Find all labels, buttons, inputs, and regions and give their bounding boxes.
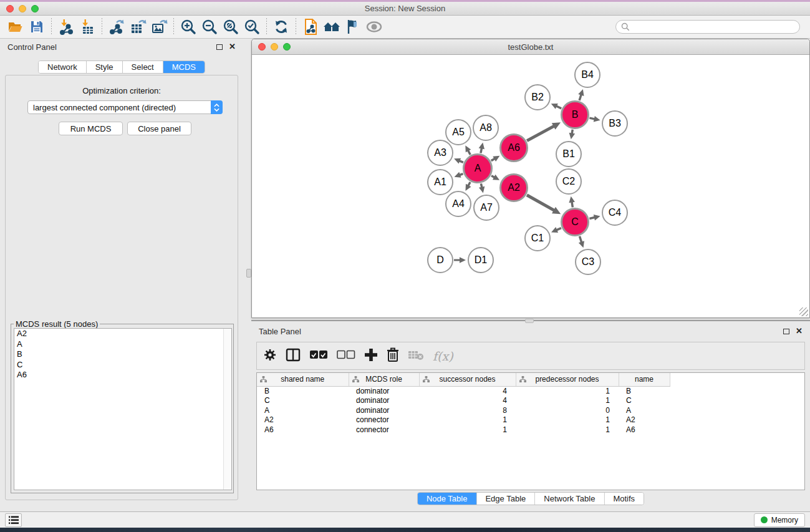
graph-node-B2[interactable]: B2 — [524, 84, 551, 110]
float-panel-icon[interactable] — [216, 44, 223, 50]
zoom-out-button[interactable] — [199, 17, 220, 36]
float-panel-icon[interactable] — [783, 329, 789, 334]
column-header-name[interactable]: name — [619, 373, 670, 386]
graph-node-D1[interactable]: D1 — [468, 247, 494, 273]
mcds-result-item[interactable]: B — [14, 349, 231, 360]
apply-style-button[interactable] — [271, 17, 292, 36]
table-cell[interactable]: B — [257, 386, 349, 396]
run-mcds-button[interactable]: Run MCDS — [59, 122, 123, 135]
table-cell[interactable]: 1 — [516, 386, 619, 396]
deselect-all-button[interactable] — [337, 350, 355, 362]
split-divider-handle[interactable] — [246, 269, 251, 278]
tab-edge-table[interactable]: Edge Table — [476, 493, 535, 505]
network-canvas[interactable]: B4B2BB3A5A8A6B1A3AA1C2A2A4A7C4CC1C3DD1 — [252, 55, 809, 317]
table-cell[interactable]: 1 — [419, 415, 516, 425]
column-header-shared-name[interactable]: shared name — [257, 373, 349, 386]
mcds-result-item[interactable]: A2 — [14, 329, 231, 339]
horizontal-divider-handle[interactable] — [525, 319, 534, 323]
graph-edge-A2-C[interactable] — [527, 195, 555, 211]
graph-node-A1[interactable]: A1 — [427, 169, 453, 195]
tab-mcds[interactable]: MCDS — [163, 61, 205, 73]
column-header-predecessor-nodes[interactable]: predecessor nodes — [516, 373, 619, 386]
select-all-button[interactable] — [309, 350, 328, 362]
graph-node-B4[interactable]: B4 — [574, 62, 600, 88]
graph-edge-A6-B[interactable] — [527, 126, 554, 141]
zoom-selected-button[interactable] — [241, 17, 263, 36]
resize-grip-icon[interactable] — [799, 307, 808, 316]
table-cell[interactable]: 4 — [419, 386, 516, 396]
graph-node-C3[interactable]: C3 — [575, 249, 601, 275]
import-table-button[interactable] — [77, 17, 98, 36]
tab-motifs[interactable]: Motifs — [604, 493, 644, 505]
table-cell[interactable]: 0 — [516, 405, 619, 415]
import-network-button[interactable] — [55, 17, 77, 36]
home-button[interactable] — [321, 17, 342, 36]
graph-node-A[interactable]: A — [463, 153, 493, 183]
show-hide-panels-button[interactable] — [364, 17, 385, 36]
table-cell[interactable]: 1 — [516, 425, 619, 435]
table-cell[interactable]: A2 — [619, 415, 670, 425]
graph-node-B1[interactable]: B1 — [556, 141, 582, 167]
graph-node-A5[interactable]: A5 — [445, 119, 471, 145]
function-builder-button[interactable]: f(x) — [433, 349, 453, 363]
graph-node-B3[interactable]: B3 — [602, 110, 628, 137]
table-row[interactable]: Cdominator41C — [257, 396, 804, 406]
close-panel-button[interactable]: Close panel — [127, 122, 191, 135]
close-panel-icon[interactable]: ✕ — [229, 44, 236, 50]
table-cell[interactable]: connector — [349, 425, 419, 435]
zoom-fit-button[interactable] — [220, 17, 241, 36]
close-panel-icon[interactable]: ✕ — [796, 328, 803, 334]
level-of-detail-button[interactable] — [342, 17, 364, 36]
network-overview-button[interactable] — [300, 17, 321, 36]
graph-node-A6[interactable]: A6 — [499, 133, 528, 162]
delete-table-button[interactable] — [408, 349, 424, 363]
table-row[interactable]: Bdominator41B — [257, 386, 804, 396]
graph-node-C2[interactable]: C2 — [556, 168, 582, 195]
table-cell[interactable]: C — [257, 396, 349, 406]
column-header-successor-nodes[interactable]: successor nodes — [419, 373, 516, 386]
graph-node-C1[interactable]: C1 — [524, 225, 551, 251]
mcds-result-list[interactable]: A2ABCA6 — [14, 328, 232, 490]
export-table-button[interactable] — [127, 17, 148, 36]
graph-node-C[interactable]: C — [561, 208, 589, 236]
graph-node-A7[interactable]: A7 — [473, 195, 499, 221]
create-column-button[interactable] — [364, 348, 378, 364]
tab-style[interactable]: Style — [87, 61, 123, 73]
memory-button[interactable]: Memory — [754, 513, 805, 527]
table-cell[interactable]: connector — [349, 415, 419, 425]
graph-node-A4[interactable]: A4 — [445, 191, 471, 217]
save-session-button[interactable] — [26, 17, 47, 36]
table-cell[interactable]: A6 — [257, 425, 349, 435]
table-cell[interactable]: A — [619, 405, 670, 415]
tab-node-table[interactable]: Node Table — [418, 493, 477, 505]
graph-node-A2[interactable]: A2 — [499, 173, 528, 202]
graph-node-B[interactable]: B — [561, 100, 589, 129]
table-row[interactable]: A6connector11A6 — [257, 425, 804, 435]
table-cell[interactable]: dominator — [349, 396, 419, 406]
table-cell[interactable]: 1 — [419, 425, 516, 435]
optimization-criterion-select[interactable]: largest connected component (directed) — [27, 100, 223, 114]
task-history-button[interactable] — [5, 513, 22, 527]
tab-network[interactable]: Network — [39, 61, 87, 73]
graph-node-C4[interactable]: C4 — [602, 200, 628, 226]
table-options-button[interactable] — [263, 348, 277, 364]
export-image-button[interactable] — [148, 17, 170, 36]
mcds-result-item[interactable]: C — [14, 360, 231, 370]
mcds-result-item[interactable]: A — [14, 339, 231, 350]
show-columns-button[interactable] — [286, 348, 301, 364]
table-row[interactable]: Adominator80A — [257, 405, 804, 415]
table-cell[interactable]: B — [619, 386, 670, 396]
table-cell[interactable]: 1 — [516, 396, 619, 406]
network-window-titlebar[interactable]: testGlobe.txt — [252, 39, 809, 55]
scrollbar-track[interactable] — [223, 329, 231, 490]
graph-node-A3[interactable]: A3 — [427, 140, 453, 166]
table-cell[interactable]: dominator — [349, 405, 419, 415]
table-cell[interactable]: dominator — [349, 386, 419, 396]
table-cell[interactable]: A2 — [257, 415, 349, 425]
graph-node-A8[interactable]: A8 — [473, 115, 499, 141]
mcds-result-item[interactable]: A6 — [14, 370, 231, 380]
search-input[interactable] — [633, 22, 794, 31]
table-cell[interactable]: 8 — [419, 405, 516, 415]
export-network-button[interactable] — [106, 17, 127, 36]
delete-column-button[interactable] — [387, 347, 399, 365]
